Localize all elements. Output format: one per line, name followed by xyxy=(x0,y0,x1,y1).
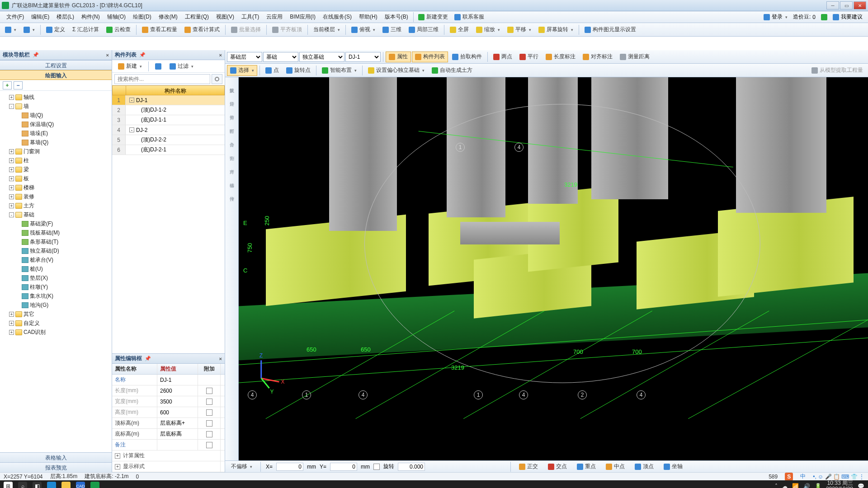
tree-node[interactable]: +轴线 xyxy=(1,93,111,102)
app-cad[interactable]: CAD xyxy=(76,482,85,488)
screenrot-button[interactable]: 屏幕旋转▾ xyxy=(535,24,576,35)
complist-toggle[interactable]: 构件列表 xyxy=(412,52,448,62)
clock-date[interactable]: 2020/10/28 xyxy=(826,486,853,488)
cloudcheck-button[interactable]: 云检查 xyxy=(103,24,134,35)
minimize-button[interactable]: ─ xyxy=(826,1,839,9)
snap-inter[interactable]: 交点 xyxy=(545,461,570,472)
property-group[interactable]: +显示样式 xyxy=(112,461,225,472)
component-row[interactable]: 3(底)DJ-1-1 xyxy=(112,115,225,125)
batchsel-button[interactable]: 批量选择 xyxy=(228,24,264,35)
rotpoint-button[interactable]: 旋转点 xyxy=(283,65,314,76)
menu-version[interactable]: 版本号(B) xyxy=(381,13,412,21)
app-gcl[interactable] xyxy=(90,482,99,488)
curfloor-dropdown[interactable]: 当前楼层▾ xyxy=(310,24,343,35)
seg-table-input[interactable]: 表格输入 xyxy=(0,452,112,462)
undo-button[interactable]: ▾ xyxy=(2,24,19,35)
tree-node[interactable]: +楼梯 xyxy=(1,183,111,192)
tree-node[interactable]: +自定义 xyxy=(1,319,111,328)
tree-node[interactable]: -基础 xyxy=(1,210,111,219)
search-taskbar[interactable]: ⌕ xyxy=(18,482,27,488)
app-explorer[interactable] xyxy=(61,482,71,488)
vtool-打断[interactable]: 打断 xyxy=(226,120,237,131)
seg-report[interactable]: 报表预览 xyxy=(0,462,112,472)
tree-node[interactable]: 墙(Q) xyxy=(1,111,111,120)
menu-component[interactable]: 构件(N) xyxy=(78,13,104,21)
component-row[interactable]: 1-DJ-1 xyxy=(112,95,225,105)
login-button[interactable]: 登录▾ xyxy=(761,13,790,21)
menu-bim[interactable]: BIM应用(I) xyxy=(286,13,319,21)
tray-batt-icon[interactable]: 🔋 xyxy=(815,483,821,488)
zoom-button[interactable]: 缩放▾ xyxy=(473,24,503,35)
dispset-button[interactable]: 构件图元显示设置 xyxy=(581,24,639,35)
vtool-对齐[interactable]: 对齐 xyxy=(226,160,237,171)
tree-node[interactable]: 筏板基础(M) xyxy=(1,228,111,237)
component-row[interactable]: 6(底)DJ-2-1 xyxy=(112,145,225,155)
nav-tree[interactable]: +轴线-墙墙(Q)保温墙(Q)墙垛(E)幕墙(Q)+门窗洞+柱+梁+板+楼梯+装… xyxy=(0,91,112,452)
search-button[interactable] xyxy=(212,74,222,84)
vtool-拉伸[interactable]: 拉伸 xyxy=(226,188,237,198)
pin-icon[interactable]: 📌 xyxy=(145,356,151,361)
tree-node[interactable]: +柱 xyxy=(1,156,111,165)
sumcalc-button[interactable]: Σ 汇总计算 xyxy=(69,24,102,35)
viewport-3d[interactable]: Z X Y 1 4 3219 E 250 750 C 650 650 3219 … xyxy=(239,77,868,460)
tree-node[interactable]: 基础梁(F) xyxy=(1,219,111,228)
filter-button[interactable]: 过滤▾ xyxy=(166,61,197,72)
ime-icon[interactable]: S xyxy=(785,473,793,481)
flatroof-button[interactable]: 平齐板顶 xyxy=(269,24,305,35)
tree-node[interactable]: 桩(U) xyxy=(1,264,111,273)
component-select[interactable]: DJ-1 xyxy=(345,52,381,62)
vtool-恢复默认[interactable]: 恢复默认 xyxy=(226,79,237,90)
taskview[interactable]: ◧ xyxy=(33,482,42,488)
tree-node[interactable]: 墙垛(E) xyxy=(1,129,111,138)
snap-axis[interactable]: 坐轴 xyxy=(660,461,686,472)
menu-view[interactable]: 视图(V) xyxy=(212,13,238,21)
new-change-button[interactable]: 新建变更 xyxy=(415,12,451,23)
tree-node[interactable]: 柱墩(Y) xyxy=(1,282,111,291)
topview-button[interactable]: 俯视▾ xyxy=(348,24,378,35)
menu-file[interactable]: 文件(F) xyxy=(3,13,28,21)
type-select[interactable]: 独立基础 xyxy=(299,52,344,62)
fullscreen-button[interactable]: 全屏 xyxy=(447,24,472,35)
vtool-偏移[interactable]: 偏移 xyxy=(226,174,237,185)
tray-vol-icon[interactable]: 🔊 xyxy=(803,483,810,488)
contact-support-button[interactable]: 联系客服 xyxy=(451,12,487,23)
autoearth-button[interactable]: 自动生成土方 xyxy=(429,65,476,76)
suggest-button[interactable]: 我要建议 xyxy=(830,13,865,21)
tree-node[interactable]: +土方 xyxy=(1,201,111,210)
start-button[interactable]: ⊞ xyxy=(4,482,13,488)
redo-button[interactable]: ▾ xyxy=(20,24,38,35)
menu-tools[interactable]: 工具(T) xyxy=(238,13,263,21)
twopoint-button[interactable]: 两点 xyxy=(490,52,515,62)
ime-lang[interactable]: 中 xyxy=(800,473,806,480)
tree-node[interactable]: 独立基础(D) xyxy=(1,246,111,255)
floor-select[interactable]: 基础层 xyxy=(227,52,262,62)
tree-node[interactable]: 集水坑(K) xyxy=(1,291,111,300)
define-button[interactable]: 定义 xyxy=(43,24,68,35)
tree-node[interactable]: +其它 xyxy=(1,310,111,319)
rotate-checkbox[interactable] xyxy=(373,464,380,470)
extract-button[interactable]: 从模型提取工程量 xyxy=(808,65,866,76)
close-panel-icon[interactable]: × xyxy=(106,52,109,58)
close-button[interactable]: ✕ xyxy=(854,1,866,9)
notif-icon[interactable]: 💬 xyxy=(858,483,864,488)
y-input[interactable] xyxy=(330,463,357,471)
snap-vert[interactable]: 顶点 xyxy=(632,461,657,472)
menu-cloud[interactable]: 云应用 xyxy=(263,13,286,21)
property-row[interactable]: 备注 xyxy=(112,440,225,450)
select-button[interactable]: 选择▾ xyxy=(227,65,257,76)
tree-node[interactable]: -墙 xyxy=(1,102,111,111)
property-row[interactable]: 长度(mm)2600 xyxy=(112,385,225,396)
property-row[interactable]: 顶标高(m)层底标高+ xyxy=(112,418,225,429)
property-group[interactable]: +计算属性 xyxy=(112,450,225,461)
tree-node[interactable]: +门窗洞 xyxy=(1,147,111,156)
seg-draw[interactable]: 绘图输入 xyxy=(0,70,112,80)
refresh-button[interactable] xyxy=(818,14,830,20)
measure-button[interactable]: 测量距离 xyxy=(617,52,653,62)
category-select[interactable]: 基础 xyxy=(263,52,298,62)
sort-button[interactable] xyxy=(152,61,165,72)
vtool-延伸[interactable]: 延伸 xyxy=(226,93,237,103)
pick-button[interactable]: 拾取构件 xyxy=(449,52,485,62)
menu-edit[interactable]: 编辑(E) xyxy=(28,13,53,21)
seg-project[interactable]: 工程设置 xyxy=(0,60,112,70)
attr-toggle[interactable]: 属性 xyxy=(386,52,411,62)
